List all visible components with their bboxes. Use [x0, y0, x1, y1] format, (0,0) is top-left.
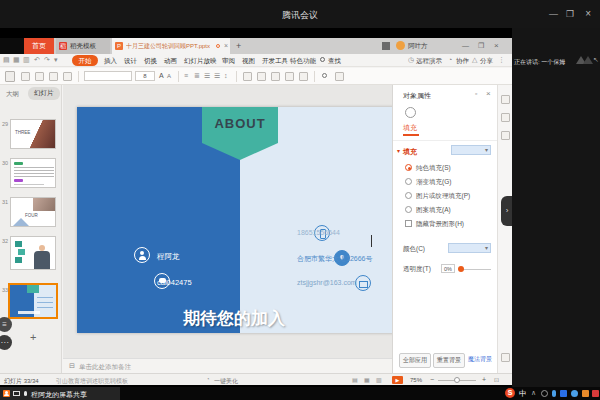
increase-font-icon[interactable]: A	[159, 72, 164, 79]
ribbon-tab-design[interactable]: 设计	[124, 57, 137, 66]
collaborate-button[interactable]: 协作	[456, 57, 469, 66]
find-icon[interactable]	[322, 73, 327, 78]
panel-tab-slides[interactable]: 幻灯片	[28, 87, 60, 100]
radio-solid-fill[interactable]	[405, 164, 412, 171]
panel-tool-icon-4[interactable]	[501, 353, 510, 362]
fill-color-dropdown[interactable]: ▾	[451, 145, 491, 155]
hide-background-checkbox[interactable]	[405, 220, 412, 227]
pin-icon[interactable]: ▫	[475, 90, 477, 97]
table-icon[interactable]	[285, 72, 294, 81]
panel-tool-icon-2[interactable]	[501, 113, 510, 122]
transparency-handle[interactable]	[458, 266, 464, 272]
sogou-ime-icon[interactable]: S	[505, 388, 515, 398]
ime-lang-indicator[interactable]: 中	[519, 389, 527, 399]
textbox-icon[interactable]	[243, 72, 252, 81]
color-dropdown[interactable]: ▾	[448, 243, 491, 253]
beautify-button[interactable]: 一键美化	[214, 377, 238, 386]
ribbon-tab-slideshow[interactable]: 幻灯片放映	[184, 57, 217, 66]
tab-close-icon[interactable]: ×	[224, 42, 228, 49]
close-icon[interactable]: ×	[585, 8, 591, 19]
bullets-icon[interactable]: ≡	[184, 72, 188, 79]
font-name-select[interactable]	[84, 71, 132, 81]
line-spacing-icon[interactable]: ↕	[224, 72, 228, 79]
slide-thumbnail-31[interactable]: FOUR	[10, 197, 56, 227]
section-icon[interactable]	[63, 72, 72, 81]
screenshare-banner[interactable]: 程阿龙的屏幕共享	[0, 387, 120, 400]
slide-thumbnail-33[interactable]	[8, 283, 58, 319]
zoom-level[interactable]: 75%	[410, 377, 422, 383]
floating-menu-button[interactable]: ≡	[0, 317, 12, 332]
chart-icon[interactable]	[299, 72, 308, 81]
maximize-icon[interactable]: ❐	[566, 9, 574, 19]
ribbon-tab-animation[interactable]: 动画	[164, 57, 177, 66]
paste-icon[interactable]	[5, 71, 15, 82]
preview-icon[interactable]: ▥	[23, 56, 30, 64]
picture-icon[interactable]	[257, 72, 266, 81]
user-name[interactable]: 阿叶方	[408, 42, 428, 51]
wps-maximize-icon[interactable]: ❐	[478, 42, 484, 50]
qat-more-icon[interactable]: ▾	[54, 56, 58, 64]
apps-grid-icon[interactable]	[382, 42, 390, 50]
select-icon[interactable]	[335, 72, 344, 81]
new-tab-button[interactable]: +	[236, 41, 241, 51]
redo-icon[interactable]: ↷	[44, 56, 50, 64]
panel-tab-outline[interactable]: 大纲	[6, 90, 19, 99]
save-icon[interactable]: ▤	[3, 56, 10, 64]
align-left-icon[interactable]: ☰	[204, 72, 210, 80]
tray-arrow-icon[interactable]: ∧	[531, 389, 536, 397]
slide-canvas[interactable]: ABOUT 程阿龙 cal042475 期待您的加入 18651556644 合…	[77, 107, 395, 333]
tray-contact-icon[interactable]	[571, 390, 578, 397]
layout-icon[interactable]	[49, 72, 58, 81]
add-slide-button[interactable]: +	[30, 331, 36, 343]
tab-docer[interactable]: 稻 稻壳模板	[56, 38, 110, 54]
wps-minimize-icon[interactable]: —	[462, 42, 469, 49]
reset-background-button[interactable]: 重置背景	[433, 353, 465, 368]
tray-mic-icon[interactable]	[552, 390, 556, 397]
radio-picture-fill[interactable]	[405, 192, 412, 199]
new-slide-icon[interactable]	[35, 72, 44, 81]
slide-thumbnail-29[interactable]: THREE	[10, 119, 56, 149]
wps-home-button[interactable]: 首页	[24, 38, 54, 54]
ribbon-tab-review[interactable]: 审阅	[222, 57, 235, 66]
view-normal-icon[interactable]: ▤	[352, 376, 358, 383]
properties-tab-fill[interactable]: 填充	[403, 123, 417, 133]
decrease-font-icon[interactable]: A	[167, 73, 171, 79]
notes-bar[interactable]: ⊟ 单击此处添加备注	[63, 358, 392, 372]
radio-gradient-fill[interactable]	[405, 178, 412, 185]
font-size-select[interactable]: 8	[135, 71, 155, 81]
numbering-icon[interactable]: ≣	[194, 72, 200, 80]
tab-document[interactable]: P 十月三建公司轮训回顾PPT.pptx ×	[112, 38, 230, 54]
radio-pattern-fill[interactable]	[405, 206, 412, 213]
slide-thumbnail-30[interactable]	[10, 158, 56, 188]
wps-close-icon[interactable]: ×	[494, 41, 499, 50]
gallery-view-icon-2[interactable]	[583, 56, 593, 64]
search-label[interactable]: 查找	[328, 57, 341, 66]
ribbon-tab-features[interactable]: 特色功能	[290, 57, 316, 66]
slide-thumbnail-32[interactable]	[10, 236, 56, 270]
align-center-icon[interactable]: ☰	[214, 72, 220, 80]
tray-security-icon[interactable]	[582, 390, 589, 397]
fill-section-label[interactable]: 填充	[403, 147, 417, 157]
zoom-out-icon[interactable]: −	[430, 376, 434, 383]
tray-clock-icon[interactable]	[541, 390, 548, 397]
fit-window-icon[interactable]: ⊡	[494, 376, 499, 383]
minimize-icon[interactable]: —	[549, 9, 558, 19]
panel-tool-icon-1[interactable]	[501, 95, 510, 104]
panel-tool-icon-3[interactable]	[501, 131, 510, 140]
ribbon-tab-transition[interactable]: 切换	[144, 57, 157, 66]
slideshow-play-button[interactable]: ▶	[392, 376, 403, 384]
ribbon-tab-devtools[interactable]: 开发工具	[262, 57, 288, 66]
view-reading-icon[interactable]: ▥	[376, 376, 382, 383]
undo-icon[interactable]: ↶	[34, 56, 40, 64]
view-sorter-icon[interactable]: ▦	[364, 376, 370, 383]
format-painter-icon[interactable]	[21, 72, 30, 81]
magic-background-button[interactable]: 魔法背景	[468, 355, 492, 364]
print-icon[interactable]: ▦	[13, 56, 20, 64]
floating-more-button[interactable]: ⋯	[0, 335, 12, 350]
pop-out-icon[interactable]: ↖	[593, 56, 599, 64]
ribbon-tab-view[interactable]: 视图	[242, 57, 255, 66]
apply-all-button[interactable]: 全部应用	[399, 353, 431, 368]
tray-meeting-icon[interactable]	[560, 390, 567, 397]
zoom-in-icon[interactable]: +	[482, 376, 486, 383]
search-icon[interactable]	[320, 57, 325, 62]
